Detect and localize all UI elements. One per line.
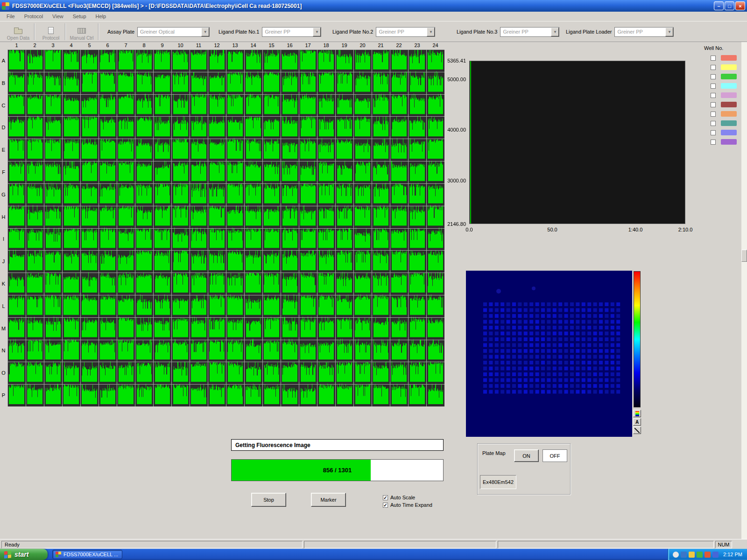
plate-row-headers: ABCDEFGHIJKLMNOP (0, 49, 7, 406)
ligand-plate-1-selector: Ligand Plate No.1 Greiner PP ▼ (218, 26, 321, 37)
menu-item-setup[interactable]: Setup (68, 12, 91, 21)
well-legend-row (711, 63, 737, 72)
well-select-checkbox[interactable] (711, 93, 716, 98)
column-header: 7 (117, 42, 135, 49)
well-select-checkbox[interactable] (711, 140, 716, 145)
chevron-down-icon[interactable]: ▼ (551, 28, 559, 36)
well-select-checkbox[interactable] (711, 112, 716, 117)
close-button[interactable]: × (735, 1, 745, 10)
row-header: M (0, 317, 7, 340)
open-data-button[interactable]: Open Data (4, 23, 33, 41)
auto-scale-option: ✓ Auto Scale (383, 495, 415, 500)
tray-icon[interactable] (681, 552, 687, 558)
well-select-checkbox[interactable] (711, 130, 716, 135)
well-select-checkbox[interactable] (711, 56, 716, 61)
auto-time-expand-option: ✓ Auto Time Expand (383, 502, 432, 508)
protocol-label: Protocol (42, 35, 60, 41)
chevron-down-icon[interactable]: ▼ (201, 28, 209, 36)
ligand-plate-1-combobox[interactable]: Greiner PP ▼ (262, 27, 321, 37)
plate-heatmap-image (466, 271, 632, 437)
ligand-plate-loader-selector: Ligand Plate Loader Greiner PP ▼ (566, 26, 674, 37)
plate-map-on-button[interactable]: ON (514, 449, 539, 462)
well-color-swatch (721, 102, 737, 107)
tray-icon[interactable] (673, 552, 679, 558)
stop-button[interactable]: Stop (251, 493, 286, 507)
toolbar-separator (34, 23, 35, 40)
x-axis-tick-label: 0.0 (459, 227, 479, 232)
menu-item-help[interactable]: Help (91, 12, 111, 21)
taskbar-task-fdss[interactable]: FDSS7000EX/uCELL ... (52, 550, 122, 559)
y-axis-tick-label: 3000.00 (437, 178, 466, 183)
auto-scale-checkbox[interactable]: ✓ (383, 495, 388, 500)
column-header: 11 (190, 42, 208, 49)
y-axis-tick-label: 2146.80 (437, 221, 466, 227)
toolbar-separator (65, 23, 66, 40)
status-ready-text: Ready (1, 541, 303, 548)
menu-item-view[interactable]: View (48, 12, 68, 21)
protocol-document-icon (46, 27, 56, 35)
y-axis-tick-label: 5365.41 (437, 58, 466, 63)
well-legend-row (711, 72, 737, 81)
auto-time-expand-checkbox[interactable]: ✓ (383, 503, 388, 508)
ligand-plate-loader-combobox[interactable]: Greiner PP ▼ (614, 27, 674, 37)
column-header: 21 (372, 42, 390, 49)
chevron-down-icon[interactable]: ▼ (665, 28, 673, 36)
toolbar: Open Data Protocol Manual Ctrl Assay Pla… (0, 21, 747, 42)
well-color-swatch (721, 120, 737, 126)
menu-item-protocol[interactable]: Protocol (20, 12, 48, 21)
tray-icon[interactable] (712, 552, 719, 558)
tray-icons (673, 552, 719, 558)
well-select-checkbox[interactable] (711, 102, 716, 107)
well-color-swatch (721, 83, 737, 89)
well-select-checkbox[interactable] (711, 74, 716, 79)
start-button[interactable]: start (0, 549, 48, 560)
status-bar: Ready NUM (0, 539, 747, 549)
chevron-down-icon[interactable]: ▼ (313, 28, 321, 36)
column-header: 16 (281, 42, 299, 49)
row-header: D (0, 116, 7, 139)
row-header: B (0, 72, 7, 94)
well-select-checkbox[interactable] (711, 121, 716, 126)
ligand-plate-loader-label: Ligand Plate Loader (566, 29, 612, 35)
ligand-plate-2-combobox[interactable]: Greiner PP ▼ (376, 27, 435, 37)
marker-button[interactable]: Marker (311, 493, 346, 507)
column-header: 6 (99, 42, 117, 49)
tray-icon[interactable] (689, 552, 695, 558)
assay-plate-label: Assay Plate (107, 29, 134, 35)
line-tool-button[interactable] (633, 427, 641, 434)
well-select-checkbox[interactable] (711, 84, 716, 89)
row-header: C (0, 94, 7, 117)
column-header: 3 (44, 42, 62, 49)
app-icon (2, 2, 9, 10)
auto-contrast-button[interactable]: A (633, 418, 641, 426)
manual-ctrl-button[interactable]: Manual Ctrl (67, 23, 96, 41)
protocol-button[interactable]: Protocol (36, 23, 65, 41)
open-folder-icon (13, 27, 23, 35)
toolbar-separator (98, 23, 99, 40)
maximize-button[interactable]: □ (725, 1, 734, 10)
well-legend-row (711, 109, 737, 119)
tray-icon[interactable] (705, 552, 711, 558)
well-legend-row (711, 100, 737, 109)
plate-map-label: Plate Map (482, 450, 506, 456)
plate-map-off-button[interactable]: OFF (543, 449, 567, 462)
excitation-emission-field[interactable]: Ex480Em542 (480, 475, 516, 489)
well-legend-row (711, 53, 737, 63)
colormap-button[interactable] (633, 410, 641, 417)
assay-plate-combobox[interactable]: Greiner Optical ▼ (137, 27, 210, 37)
minimize-button[interactable]: – (714, 1, 724, 10)
row-header: P (0, 384, 7, 406)
well-color-swatch (721, 64, 737, 70)
menu-item-file[interactable]: File (2, 12, 20, 21)
tray-icon[interactable] (697, 552, 703, 558)
vertical-scrollbar[interactable] (741, 42, 747, 539)
well-legend-row (711, 81, 737, 91)
scrollbar-thumb[interactable] (741, 250, 747, 262)
well-trace-grid[interactable] (7, 49, 444, 406)
num-lock-indicator: NUM (715, 541, 732, 548)
y-axis-tick-label: 5000.00 (437, 77, 466, 82)
ligand-plate-3-combobox[interactable]: Greiner PP ▼ (500, 27, 559, 37)
well-select-checkbox[interactable] (711, 65, 716, 70)
colormap-icon (635, 411, 639, 416)
chevron-down-icon[interactable]: ▼ (427, 28, 435, 36)
